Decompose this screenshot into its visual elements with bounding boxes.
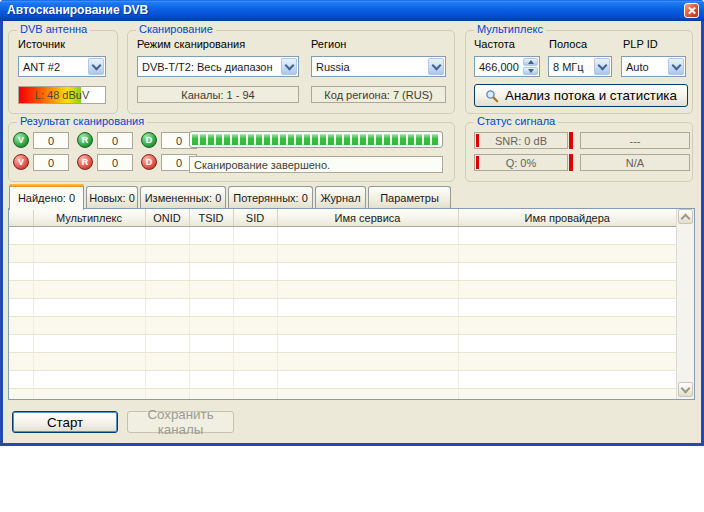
table-row[interactable]	[9, 263, 677, 281]
signal-level-bar: L: 48 dBuV	[18, 86, 106, 104]
counter-r-green-icon: R	[77, 132, 93, 148]
chevron-down-icon	[597, 60, 607, 70]
services-list: Мультиплекс ONID TSID SID Имя сервиса Им…	[8, 208, 695, 400]
table-row[interactable]	[9, 371, 677, 389]
bandwidth-dropdown-button[interactable]	[594, 58, 610, 75]
table-row[interactable]	[9, 245, 677, 263]
plp-id-label: PLP ID	[623, 38, 658, 50]
tab-changed[interactable]: Измененных: 0	[140, 186, 226, 208]
bandwidth-select-value: 8 МГц	[549, 61, 593, 73]
counter-r-green-value: 0	[97, 132, 133, 149]
column-header-onid[interactable]: ONID	[145, 209, 189, 227]
chevron-down-icon	[284, 60, 294, 70]
counter-v-green-value: 0	[33, 132, 69, 149]
bandwidth-label: Полоса	[549, 38, 587, 50]
source-select-value: ANT #2	[19, 61, 87, 73]
table-cell	[9, 371, 33, 389]
region-select[interactable]: Russia	[311, 56, 446, 77]
table-cell	[277, 299, 458, 317]
table-cell	[458, 317, 677, 335]
table-cell	[189, 263, 233, 281]
table-cell	[33, 245, 145, 263]
group-signal-status: Статус сигнала SNR: 0 dB --- Q: 0% N/A	[465, 122, 693, 182]
analyze-stream-button-label: Анализ потока и статистика	[505, 88, 677, 103]
column-header-sid[interactable]: SID	[233, 209, 277, 227]
column-header-service-name[interactable]: Имя сервиса	[277, 209, 458, 227]
source-select[interactable]: ANT #2	[18, 56, 106, 77]
quality-extra-field: N/A	[580, 154, 690, 171]
table-cell	[9, 299, 33, 317]
group-dvb-antenna: DVB антенна Источник ANT #2 L: 48 dBuV	[8, 30, 118, 114]
frequency-down-button[interactable]	[523, 67, 538, 75]
table-row[interactable]	[9, 317, 677, 335]
frequency-up-button[interactable]	[523, 58, 538, 66]
analyze-stream-button[interactable]: Анализ потока и статистика	[474, 84, 688, 107]
group-multiplex: Мультиплекс Частота Полоса PLP ID 466,00…	[465, 30, 693, 114]
source-select-dropdown-button[interactable]	[88, 58, 104, 75]
scroll-up-button[interactable]	[678, 209, 693, 224]
tab-found[interactable]: Найдено: 0	[9, 184, 84, 210]
scroll-down-button[interactable]	[678, 382, 693, 397]
table-cell	[189, 281, 233, 299]
table-cell	[9, 335, 33, 353]
counter-v-red-icon: V	[13, 154, 29, 170]
scan-mode-select[interactable]: DVB-T/T2: Весь диапазон	[137, 56, 299, 77]
region-dropdown-button[interactable]	[428, 58, 444, 75]
table-row[interactable]	[9, 389, 677, 401]
magnifier-icon	[485, 89, 499, 103]
group-scanning-title: Сканирование	[136, 23, 216, 35]
table-cell	[189, 371, 233, 389]
column-header-multiplex[interactable]: Мультиплекс	[33, 209, 145, 227]
vertical-scrollbar[interactable]	[676, 209, 694, 399]
title-bar[interactable]: Автосканирование DVB	[0, 0, 704, 21]
start-button[interactable]: Старт	[12, 411, 118, 433]
table-cell	[9, 245, 33, 263]
table-cell	[33, 227, 145, 245]
column-header-provider-name[interactable]: Имя провайдера	[458, 209, 677, 227]
spinner-down-icon	[528, 69, 534, 73]
table-cell	[9, 281, 33, 299]
tab-log[interactable]: Журнал	[315, 186, 366, 208]
table-cell	[33, 299, 145, 317]
table-row[interactable]	[9, 353, 677, 371]
table-cell	[277, 389, 458, 401]
tab-lost[interactable]: Потерянных: 0	[228, 186, 313, 208]
tab-parameters[interactable]: Параметры	[368, 186, 451, 208]
plp-id-select[interactable]: Auto	[621, 56, 686, 77]
table-cell	[458, 245, 677, 263]
scan-progress-bar	[189, 131, 443, 148]
chevron-down-icon	[671, 60, 681, 70]
plp-id-dropdown-button[interactable]	[668, 58, 684, 75]
table-row[interactable]	[9, 299, 677, 317]
tab-new[interactable]: Новых: 0	[86, 186, 138, 208]
table-row[interactable]	[9, 281, 677, 299]
frequency-spinner[interactable]: 466,000	[474, 56, 540, 77]
table-cell	[145, 263, 189, 281]
table-cell	[9, 263, 33, 281]
table-cell	[458, 281, 677, 299]
table-cell	[233, 389, 277, 401]
channels-range-field: Каналы: 1 - 94	[137, 86, 299, 103]
table-row[interactable]	[9, 227, 677, 245]
column-header-tsid[interactable]: TSID	[189, 209, 233, 227]
region-select-value: Russia	[312, 61, 427, 73]
scan-mode-dropdown-button[interactable]	[281, 58, 297, 75]
save-channels-button[interactable]: Сохранить каналы	[127, 411, 234, 433]
close-button[interactable]	[684, 3, 699, 18]
table-cell	[145, 299, 189, 317]
column-header-blank[interactable]	[9, 209, 33, 227]
table-cell	[145, 353, 189, 371]
screen: Автосканирование DVB DVB антенна Источни…	[0, 0, 704, 512]
table-cell	[458, 263, 677, 281]
table-cell	[189, 227, 233, 245]
table-cell	[9, 353, 33, 371]
counter-r-red-icon: R	[77, 154, 93, 170]
table-row[interactable]	[9, 335, 677, 353]
app-window: Автосканирование DVB DVB антенна Источни…	[0, 0, 704, 446]
table-cell	[277, 227, 458, 245]
table-cell	[233, 263, 277, 281]
bandwidth-select[interactable]: 8 МГц	[548, 56, 612, 77]
quality-text: Q: 0%	[506, 157, 537, 169]
table-cell	[9, 389, 33, 401]
table-cell	[33, 263, 145, 281]
